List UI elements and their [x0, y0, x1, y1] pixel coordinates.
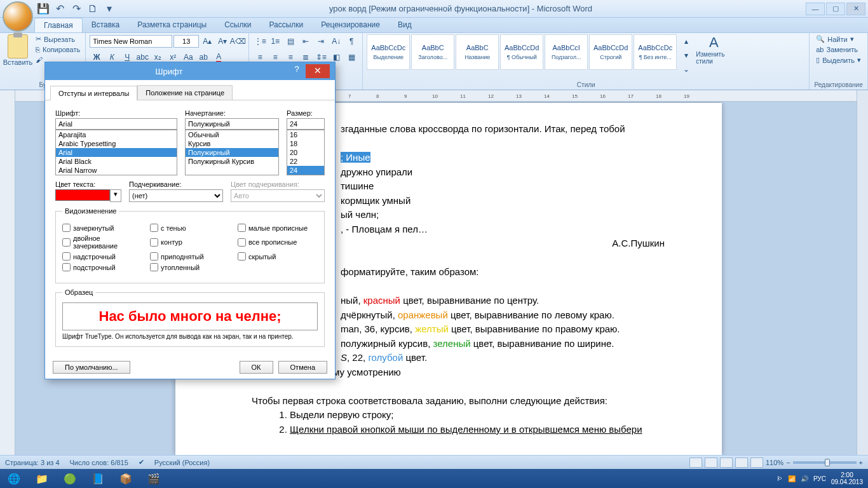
new-doc-icon[interactable]: 🗋 [86, 3, 99, 15]
styles-scroll-down-icon[interactable]: ▾ [679, 48, 693, 62]
color-dropdown-icon[interactable]: ▾ [110, 189, 121, 202]
tray-date[interactable]: 09.04.2013 [831, 478, 863, 485]
chrome-icon[interactable]: 🟢 [56, 470, 84, 487]
bullets-icon[interactable]: ⋮≡ [253, 34, 267, 48]
list-item[interactable]: Обычный [186, 130, 278, 139]
decrease-indent-icon[interactable]: ⇤ [299, 34, 313, 48]
tab-home[interactable]: Главная [34, 18, 83, 32]
view-fullscreen-icon[interactable] [705, 458, 717, 468]
show-marks-icon[interactable]: ¶ [344, 34, 358, 48]
status-language[interactable]: Русский (Россия) [154, 459, 210, 466]
cut-button[interactable]: ✂Вырезать [34, 34, 81, 44]
change-styles-button[interactable]: A Изменить стили [696, 34, 731, 65]
replace-button[interactable]: abЗаменить [813, 45, 864, 54]
undo-icon[interactable]: ↶ [53, 3, 66, 15]
close-button[interactable]: ✕ [846, 3, 865, 15]
paste-button[interactable]: Вставить [4, 34, 32, 66]
font-size-input[interactable] [287, 118, 325, 130]
qat-customize-icon[interactable]: ▾ [103, 3, 116, 15]
dialog-titlebar[interactable]: Шрифт ? ✕ [45, 62, 335, 80]
increase-indent-icon[interactable]: ⇥ [314, 34, 328, 48]
list-item[interactable]: 18 [287, 139, 324, 148]
effect-checkbox[interactable]: двойное зачеркивание [62, 234, 142, 250]
effect-checkbox[interactable]: малые прописные [238, 224, 318, 232]
font-list[interactable]: AparajitaArabic TypesettingArialArial Bl… [55, 130, 177, 175]
dialog-help-button[interactable]: ? [288, 64, 306, 78]
style-item[interactable]: AaBbCcDd¶ Обычный [500, 34, 543, 70]
app-icon[interactable]: 🎬 [140, 470, 168, 487]
save-icon[interactable]: 💾 [37, 3, 50, 15]
tray-volume-icon[interactable]: 🔊 [801, 475, 808, 482]
dialog-tab-position[interactable]: Положение на странице [137, 85, 233, 100]
tab-view[interactable]: Вид [389, 18, 421, 32]
ie-icon[interactable]: 🌐 [0, 470, 28, 487]
font-size-select[interactable] [173, 35, 199, 48]
tray-flag-icon[interactable]: 🏳 [776, 475, 783, 482]
spellcheck-icon[interactable]: ✔ [139, 458, 144, 466]
shrink-font-icon[interactable]: A▾ [215, 34, 229, 48]
list-item[interactable]: Arabic Typesetting [56, 139, 177, 148]
list-item[interactable]: Полужирный [186, 148, 278, 157]
effect-checkbox[interactable]: приподнятый [150, 252, 230, 261]
minimize-button[interactable]: — [806, 3, 825, 15]
underline-select[interactable]: (нет) [129, 189, 223, 202]
zoom-slider[interactable] [793, 461, 857, 464]
winrar-icon[interactable]: 📦 [112, 470, 140, 487]
font-color-swatch[interactable] [55, 189, 110, 201]
explorer-icon[interactable]: 📁 [28, 470, 56, 487]
find-button[interactable]: 🔍Найти ▾ [813, 34, 864, 44]
tab-mailings[interactable]: Рассылки [260, 18, 312, 32]
dialog-close-button[interactable]: ✕ [306, 64, 330, 78]
font-name-input[interactable] [55, 118, 177, 130]
grow-font-icon[interactable]: A▴ [200, 34, 214, 48]
effect-checkbox[interactable]: надстрочный [62, 252, 142, 261]
tab-review[interactable]: Рецензирование [312, 18, 389, 32]
view-draft-icon[interactable] [750, 458, 763, 468]
list-item[interactable]: Arial Black [56, 157, 177, 166]
numbering-icon[interactable]: 1≡ [268, 34, 282, 48]
style-item[interactable]: AaBbCcDdСтрогий [589, 34, 632, 70]
styles-more-icon[interactable]: ⌄ [679, 62, 693, 76]
effect-checkbox[interactable]: зачеркнутый [62, 224, 142, 232]
effect-checkbox[interactable]: все прописные [238, 234, 318, 250]
effect-checkbox[interactable]: подстрочный [62, 263, 142, 271]
list-item[interactable]: Arial [56, 148, 177, 157]
list-item[interactable]: Курсив [186, 139, 278, 148]
office-button[interactable] [3, 1, 33, 32]
style-list[interactable]: ОбычныйКурсивПолужирныйПолужирный Курсив [185, 130, 279, 175]
styles-gallery[interactable]: AaBbCcDcВыделениеAaBbCЗаголово...AaBbCНа… [367, 34, 677, 70]
zoom-in-icon[interactable]: + [859, 459, 863, 466]
tab-references[interactable]: Ссылки [215, 18, 260, 32]
effect-checkbox[interactable]: скрытый [238, 252, 318, 261]
style-item[interactable]: AaBbCcDcВыделение [367, 34, 410, 70]
word-icon[interactable]: 📘 [84, 470, 112, 487]
view-print-layout-icon[interactable] [689, 458, 702, 468]
copy-button[interactable]: ⎘Копировать [34, 45, 81, 54]
style-item[interactable]: AaBbCНазвание [456, 34, 499, 70]
vertical-scrollbar[interactable] [857, 90, 868, 455]
styles-scroll-up-icon[interactable]: ▴ [679, 34, 693, 48]
effect-checkbox[interactable]: с тенью [150, 224, 230, 232]
style-item[interactable]: AaBbCcDc¶ Без инте... [634, 34, 677, 70]
effect-checkbox[interactable]: контур [150, 234, 230, 250]
style-item[interactable]: AaBbCЗаголово... [411, 34, 454, 70]
sort-icon[interactable]: A↓ [329, 34, 343, 48]
list-item[interactable]: 22 [287, 157, 324, 166]
list-item[interactable]: 24 [287, 166, 324, 175]
tray-time[interactable]: 2:00 [831, 471, 863, 478]
borders-icon[interactable]: ▦ [344, 50, 358, 64]
style-item[interactable]: AaBbCcIПодзагол... [545, 34, 588, 70]
clear-formatting-icon[interactable]: A⌫ [231, 34, 245, 48]
default-button[interactable]: По умолчанию... [53, 361, 130, 374]
list-item[interactable]: Arial Narrow [56, 166, 177, 175]
list-item[interactable]: Aparajita [56, 130, 177, 139]
view-outline-icon[interactable] [735, 458, 748, 468]
tab-layout[interactable]: Разметка страницы [128, 18, 215, 32]
status-page[interactable]: Страница: 3 из 4 [5, 459, 60, 466]
select-button[interactable]: ▯Выделить ▾ [813, 55, 864, 65]
ok-button[interactable]: ОК [240, 361, 273, 374]
font-family-select[interactable] [90, 35, 172, 48]
view-web-icon[interactable] [720, 458, 733, 468]
cancel-button[interactable]: Отмена [278, 361, 327, 374]
size-list[interactable]: 1618202224 [287, 130, 325, 175]
